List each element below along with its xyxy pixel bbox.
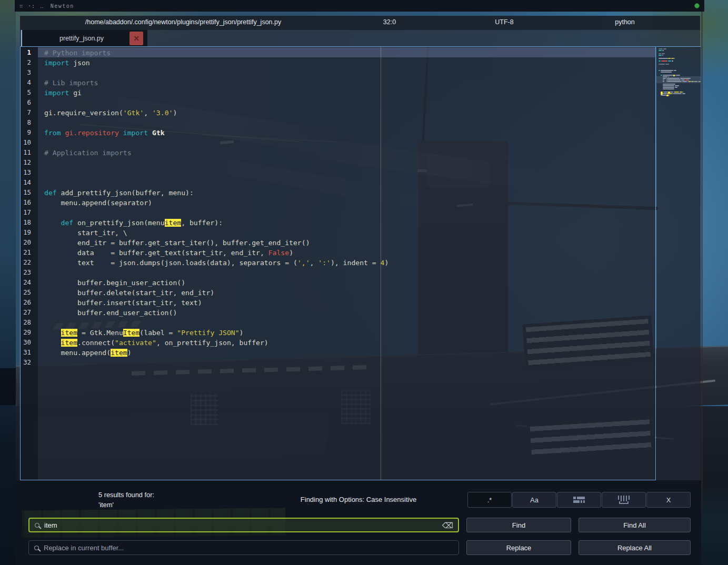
code-line[interactable] [44,158,388,168]
line-number: 16 [21,198,31,208]
code-line[interactable]: data = buffer.get_text(start_itr, end_it… [44,248,388,258]
minimap-line [662,53,665,54]
code-line[interactable]: menu.append(separator) [44,198,388,208]
line-number: 31 [21,348,31,358]
code-line[interactable]: buffer.begin_user_action() [44,278,388,288]
window-titlebar[interactable]: ∷ ·: ‥ Newton [15,0,704,12]
line-number: 10 [21,138,31,148]
minimap[interactable] [656,46,701,480]
code-text-area[interactable]: 1234567891011121314151617181920212223242… [20,46,656,480]
close-icon: X [666,496,671,504]
minimap-line [661,95,666,96]
line-number: 7 [21,108,31,118]
code-line[interactable]: item = Gtk.MenuItem(label = "Prettify JS… [44,328,388,338]
minimap-line [661,60,667,62]
code-line[interactable] [44,358,388,368]
filetype-label[interactable]: python [615,18,635,26]
clear-input-icon[interactable]: ⌫ [442,521,453,529]
line-number: 24 [21,278,31,288]
minimap-line [674,58,675,59]
minimap-line [682,81,687,82]
line-number: 25 [21,288,31,298]
minimap-line [674,92,679,93]
code-line[interactable]: text = json.dumps(json.loads(data), sepa… [44,258,388,268]
code-line[interactable]: import gi [44,88,388,98]
code-line[interactable]: start_itr, \ [44,228,388,238]
whole-word-button[interactable] [602,492,646,508]
minimap-line [663,78,666,79]
code-line[interactable]: menu.append(item) [44,348,388,358]
line-number: 32 [21,358,31,368]
code-line[interactable]: item.connect("activate", on_prettify_jso… [44,338,388,348]
code-line[interactable] [44,68,388,78]
match-case-button[interactable]: Aa [512,492,556,508]
minimap-line [659,55,662,56]
tab-bar: prettify_json.py ✕ [20,30,700,46]
highlight-matches-icon [573,497,585,503]
results-count: 5 results found for: [98,490,154,500]
match-case-icon: Aa [530,496,538,504]
tab-close-button[interactable]: ✕ [129,32,143,45]
line-number-gutter: 1234567891011121314151617181920212223242… [21,48,31,368]
replace-input[interactable]: Replace in current buffer... [28,540,459,555]
code-line[interactable]: gi.require_version('Gtk', '3.0') [44,108,388,118]
line-number: 6 [21,98,31,108]
code-line[interactable]: from gi.repository import Gtk [44,128,388,138]
line-number: 23 [21,268,31,278]
line-number: 29 [21,328,31,338]
code-line[interactable]: def on_prettify_json(menuitem, buffer): [44,218,388,228]
code-line[interactable]: buffer.delete(start_itr, end_itr) [44,288,388,298]
minimap-line [659,50,662,51]
minimap-line [667,79,681,80]
status-bar: /home/abaddon/.config/newton/plugins/pre… [20,16,700,30]
line-number: 11 [21,148,31,158]
search-results-summary: 5 results found for: 'item' [98,490,154,510]
code-line[interactable] [44,178,388,188]
code-line[interactable]: # Python imports [44,48,388,58]
minimap-line [663,87,675,88]
close-search-button[interactable]: X [646,492,691,508]
minimap-line [681,79,685,80]
window-title: Newton [51,3,74,9]
code-line[interactable] [44,208,388,218]
line-number: 9 [21,128,31,138]
code-line[interactable]: buffer.end_user_action() [44,308,388,318]
minimap-line [660,64,665,65]
code-line[interactable] [44,268,388,278]
code-line[interactable] [44,168,388,178]
code-line[interactable] [44,138,388,148]
find-input[interactable]: item ⌫ [28,518,459,532]
regex-toggle-button[interactable]: .* [467,492,512,508]
find-all-button[interactable]: Find All [579,518,691,532]
replace-button[interactable]: Replace [466,540,571,555]
code-line[interactable]: buffer.insert(start_itr, text) [44,298,388,308]
window-status-dot-icon [694,3,700,8]
line-number: 28 [21,318,31,328]
code-line[interactable]: import json [44,58,388,68]
minimap-line [663,79,665,80]
code-line[interactable] [44,118,388,128]
code-line[interactable]: # Application imports [44,148,388,158]
minimap-line [680,92,682,93]
minimap-line [663,93,667,94]
minimap-line [680,78,691,79]
code-lines: # Python importsimport json # Lib import… [44,48,388,368]
minimap-line [688,79,689,80]
line-number: 21 [21,248,31,258]
code-line[interactable]: def add_prettify_json(buffer, menu): [44,188,388,198]
code-line[interactable] [44,98,388,108]
code-line[interactable] [44,318,388,328]
tab-prettify-json[interactable]: prettify_json.py ✕ [21,30,147,46]
line-number: 26 [21,298,31,308]
find-button[interactable]: Find [466,518,571,532]
code-line[interactable]: # Lib imports [44,78,388,88]
minimap-line [661,70,673,71]
find-options-status: Finding with Options: Case Insensitive [301,496,416,503]
code-line[interactable]: end_itr = buffer.get_start_iter(), buffe… [44,238,388,248]
workspace-glyph-icon: ·: [28,3,35,9]
minimap-line [667,78,680,79]
encoding-label[interactable]: UTF-8 [495,18,513,26]
replace-all-button[interactable]: Replace All [579,540,691,555]
highlight-matches-button[interactable] [557,492,601,508]
minimap-line [663,81,665,82]
